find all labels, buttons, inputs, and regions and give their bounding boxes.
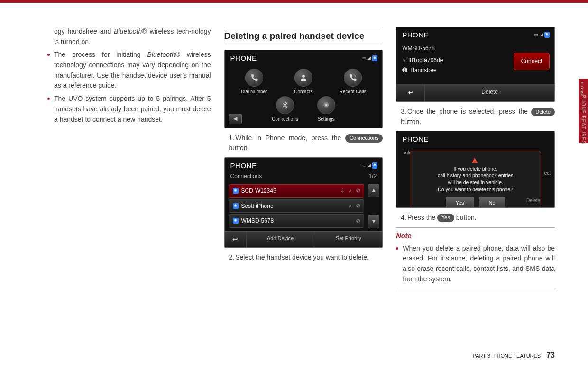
step-4: 4.Press the Yes button. (401, 213, 555, 223)
device-address: f81odfa706de (408, 56, 443, 65)
text-fragment: The process for initiating (54, 51, 147, 58)
bluetooth-icon (281, 101, 289, 109)
menu-label: Dial Number (241, 88, 267, 96)
bullet-item: The process for initiating Bluetooth® wi… (47, 50, 211, 91)
column-middle: Deleting a paired handset device PHONE ▭… (224, 27, 383, 291)
device-row[interactable]: ✱ Scott iPhone ♪✆ (229, 199, 365, 213)
music-icon: ♪ (349, 202, 351, 210)
note-heading: Note (396, 227, 555, 241)
bg-delete-fragment: Delete (526, 197, 540, 205)
delete-button[interactable]: Delete (425, 84, 554, 101)
bullet-item: ogy handsfree and Bluetooth® wireless te… (47, 27, 211, 47)
note-list: When you delete a paired phone, data wil… (396, 243, 555, 285)
ss-title: PHONE (230, 53, 257, 63)
scroll-down-button[interactable]: ▼ (368, 215, 379, 228)
status-icons: ▭ ◢ ✱ (362, 55, 378, 62)
screenshot-phone-menu: PHONE ▭ ◢ ✱ Dial Number Contacts Recent … (224, 50, 383, 128)
column-left: ogy handsfree and Bluetooth® wireless te… (47, 27, 211, 291)
set-priority-button[interactable]: Set Priority (314, 232, 382, 248)
menu-label: Connections (272, 116, 298, 123)
back-button[interactable]: ◀ (229, 114, 242, 124)
music-icon: ♪ (349, 187, 351, 195)
device-name: WMSD-5678 (241, 216, 274, 225)
step-2: 2.Select the handset device you want to … (229, 252, 383, 263)
back-button[interactable]: ↩ (225, 232, 247, 248)
phone-icon: ✆ (356, 187, 360, 195)
dialog-line: will be deleted in vehicle. (415, 179, 536, 186)
menu-settings[interactable]: Settings (317, 96, 335, 123)
menu-recent-calls[interactable]: Recent Calls (340, 69, 367, 96)
side-tab-part: PART 3 (580, 82, 584, 95)
column-right: PHONE ▭ ◢ ✱ WMSD-5678 ⌂f81odfa706de 🅘Han… (396, 27, 555, 291)
download-icon: ⇩ (340, 187, 344, 195)
screenshot-delete-confirm: PHONE hsk ect ▲! If you delete phone, ca… (396, 131, 555, 207)
bullet-item: The UVO system supports up to 5 pairings… (47, 94, 211, 125)
connect-button[interactable]: Connect (514, 53, 550, 70)
svg-point-0 (302, 75, 305, 78)
scroll-up-button[interactable]: ▲ (368, 184, 379, 197)
menu-dial-number[interactable]: Dial Number (241, 69, 267, 96)
step-text: Once the phone is selected, press the (407, 108, 531, 115)
dialog-line: If you delete phone, (415, 165, 536, 172)
device-row-selected[interactable]: ✱ SCD-W12345 ⇩♪✆ (229, 184, 365, 198)
yes-pill: Yes (437, 214, 454, 222)
page-footer: PART 3. PHONE FEATURES 73 (473, 351, 555, 359)
contact-icon (299, 73, 308, 82)
text-fragment: ogy handsfree and (54, 27, 114, 35)
section-heading: Deleting a paired handset device (224, 29, 383, 45)
handsfree-label: Handsfree (410, 66, 436, 75)
dialog-line: call history and phonebook entries (415, 172, 536, 179)
page-indicator: 1/2 (369, 172, 377, 181)
delete-pill: Delete (531, 108, 555, 116)
left-bullet-list: ogy handsfree and Bluetooth® wireless te… (47, 27, 211, 125)
menu-contacts[interactable]: Contacts (294, 69, 312, 96)
phone-icon: ✆ (356, 217, 360, 225)
section-rule (224, 27, 383, 27)
ss-title: PHONE (230, 160, 257, 171)
no-button[interactable]: No (479, 197, 505, 207)
yes-button[interactable]: Yes (446, 197, 474, 207)
device-row[interactable]: ✱ WMSD-5678 ✆ (229, 214, 365, 228)
device-name: SCD-W12345 (241, 187, 276, 196)
add-device-button[interactable]: Add Device (247, 232, 315, 248)
dialog-text: If you delete phone, call history and ph… (415, 165, 536, 193)
confirm-dialog: ▲! If you delete phone, call history and… (410, 151, 541, 208)
bluetooth-italic: Bluetooth (147, 51, 175, 58)
warning-icon: ▲! (415, 155, 536, 164)
step-text: Press the (407, 214, 437, 221)
step-text: Select the handset device you want to de… (235, 253, 369, 261)
ss-title: PHONE (402, 29, 429, 40)
bluetooth-icon: ✱ (233, 188, 239, 194)
side-tab-label: PHONE FEATURES (581, 95, 586, 144)
home-icon: ⌂ (402, 56, 405, 64)
ss-subtitle: Connections (230, 172, 262, 181)
screenshot-device-detail: PHONE ▭ ◢ ✱ WMSD-5678 ⌂f81odfa706de 🅘Han… (396, 27, 555, 102)
step-text: button. (454, 214, 477, 221)
menu-label: Recent Calls (340, 88, 367, 96)
step-3: 3.Once the phone is selected, press the … (401, 107, 555, 127)
step-1: 1.While in Phone mode, press the Connect… (229, 133, 383, 153)
phone-icon: ✆ (356, 202, 360, 210)
menu-connections[interactable]: Connections (272, 96, 298, 123)
recent-icon (349, 73, 357, 82)
dialog-line: Do you want to delete this phone? (415, 186, 536, 193)
back-button[interactable]: ↩ (396, 84, 425, 101)
menu-label: Contacts (294, 88, 312, 96)
page-content: ogy handsfree and Bluetooth® wireless te… (0, 3, 588, 301)
connections-pill: Connections (345, 134, 383, 142)
menu-label: Settings (317, 116, 335, 123)
device-name: WMSD-5678 (402, 44, 550, 53)
screenshot-connections-list: PHONE ▭ ◢ ✱ Connections 1/2 ✱ SCD-W12345… (224, 157, 383, 248)
step-text: button. (229, 144, 249, 152)
step-text: While in Phone mode, press the (235, 134, 345, 142)
step-text: button. (401, 118, 421, 126)
status-icons: ▭ ◢ ✱ (362, 162, 378, 169)
status-icons: ▭ ◢ ✱ (534, 32, 550, 38)
handsfree-icon: 🅘 (402, 66, 407, 74)
bluetooth-icon: ✱ (233, 218, 239, 224)
device-name: Scott iPhone (241, 202, 274, 211)
footer-crumb: PART 3. PHONE FEATURES (473, 353, 541, 359)
note-item: When you delete a paired phone, data wil… (396, 243, 555, 285)
page-number: 73 (546, 351, 555, 359)
gear-icon (322, 101, 331, 109)
